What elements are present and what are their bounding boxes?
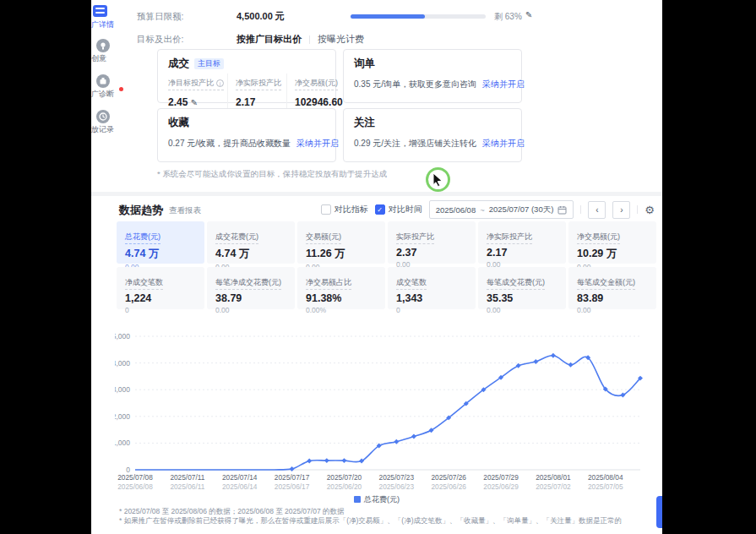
date-range-picker[interactable]: 2025/06/08 ~ 2025/07/07 (30天)	[429, 200, 574, 219]
metric-cell-compare-value: 0.00%	[306, 306, 377, 314]
tab-bid-by-impression[interactable]: 按曝光计费	[318, 33, 364, 46]
date-range-start: 2025/06/08	[436, 205, 476, 215]
prev-period-button[interactable]: ‹	[588, 201, 606, 219]
chart-footnote-2: * 如果推广在暂停或删除前已经获得了曝光，那么在暂停或重建后展示「(净)交易额」…	[119, 516, 622, 526]
trend-metric-cell[interactable]: 每笔成交花费(元)35.350.00	[478, 267, 566, 309]
svg-text:2025/07/11: 2025/07/11	[170, 473, 204, 482]
svg-text:2025/07/02: 2025/07/02	[536, 482, 571, 491]
svg-text:2025/07/17: 2025/07/17	[275, 473, 310, 482]
sidebar-item-3[interactable]: 广诊断	[91, 74, 128, 106]
svg-text:2025/08/04: 2025/08/04	[588, 473, 623, 482]
svg-text:2025/07/26: 2025/07/26	[431, 473, 466, 482]
svg-text:2025/06/29: 2025/06/29	[483, 482, 519, 491]
metric-cell-label: 实际投产比	[396, 232, 434, 244]
svg-text:2025/06/08: 2025/06/08	[117, 482, 153, 491]
sidebar-item-label: 广详情	[91, 19, 114, 30]
tab-bid-by-goal[interactable]: 按推广目标出价	[237, 33, 302, 46]
svg-text:5,000: 5,000	[115, 332, 130, 341]
trend-metric-cell[interactable]: 成交花费(元)4.74 万0.00	[207, 221, 295, 264]
adopt-enable-link[interactable]: 采纳并开启	[296, 139, 339, 148]
metric-cell-label: 每笔成交金额(元)	[577, 277, 635, 290]
spend-trend-line-chart: 01,0002,0003,0004,0005,0002025/07/082025…	[115, 328, 662, 502]
trend-metric-cell[interactable]: 成交笔数1,3430	[388, 267, 476, 309]
trend-metric-cell[interactable]: 实际投产比2.370.00	[388, 221, 476, 264]
svg-text:3,000: 3,000	[115, 385, 130, 394]
adopt-enable-link[interactable]: 采纳并开启	[482, 79, 525, 89]
compare-time-label: 对比时间	[389, 204, 422, 215]
trend-metric-cell[interactable]: 每笔净成交花费(元)38.790.00	[207, 267, 295, 309]
info-icon[interactable]: i	[216, 79, 224, 87]
section-divider	[91, 192, 662, 196]
icon-line	[95, 12, 105, 14]
tab-divider	[309, 35, 310, 44]
budget-edit-icon[interactable]: ✎	[525, 10, 532, 19]
trend-metric-cell[interactable]: 净成交笔数1,2240	[117, 267, 204, 309]
next-period-button[interactable]: ›	[612, 201, 630, 219]
svg-text:2025/07/05: 2025/07/05	[588, 482, 623, 491]
metric-cell-compare-value: 0	[396, 306, 467, 314]
goal-card-title: 关注	[354, 116, 375, 130]
metric-cell-value: 4.74 万	[125, 247, 196, 261]
svg-text:2025/07/08: 2025/07/08	[117, 473, 153, 482]
budget-progress-bar	[351, 14, 486, 19]
legend-label: 总花费(元)	[364, 495, 400, 504]
goal-card-title: 询单	[354, 57, 375, 71]
sidebar-item-1[interactable]: 广详情	[91, 5, 128, 37]
metric-label: 净实际投产比	[236, 78, 281, 90]
compare-time-checkbox[interactable]: ✓	[375, 204, 385, 215]
trend-metric-cell[interactable]: 净实际投产比2.170.00	[478, 221, 566, 264]
budget-remaining: 剩 63%	[494, 11, 522, 23]
goal-metric-roi-target: 净目标投产比i 2.45 ✎	[168, 74, 227, 108]
compare-metric-label: 对比指标	[334, 204, 368, 215]
goal-card-deal: 成交 主目标 净目标投产比i 2.45 ✎ 净实际投产比 2.17 净交易额(元…	[157, 49, 336, 103]
sidebar: 广详情创意广诊断放记录	[91, 0, 128, 220]
calendar-icon	[557, 205, 567, 215]
metric-cell-label: 交易额(元)	[306, 232, 341, 244]
metric-cell-value: 91.38%	[306, 292, 377, 304]
diagnosis-icon	[99, 77, 107, 85]
edit-target-roi-icon[interactable]: ✎	[191, 98, 198, 107]
metric-cell-label: 净实际投产比	[487, 232, 532, 244]
metric-cell-value: 35.35	[487, 292, 557, 304]
trend-metric-cell[interactable]: 净交易额占比91.38%0.00%	[297, 267, 385, 309]
suggestion-desc: 0.27 元/收藏，提升商品收藏数量	[168, 139, 291, 148]
metric-cell-value: 83.89	[577, 292, 648, 304]
sidebar-item-2[interactable]: 创意	[91, 39, 128, 71]
view-report-link[interactable]: 查看报表	[169, 205, 201, 216]
trend-metric-cell[interactable]: 交易额(元)11.26 万0.00	[297, 221, 385, 264]
metric-cell-compare-value: 0.00	[215, 306, 286, 314]
metric-cell-compare-value: 0.00	[487, 306, 557, 314]
trend-metric-cell[interactable]: 总花费(元)4.74 万0.00	[117, 221, 204, 264]
record-icon	[96, 110, 110, 123]
trend-metric-grid: 总花费(元)4.74 万0.00成交花费(元)4.74 万0.00交易额(元)1…	[117, 221, 656, 309]
goal-note: * 系统会尽可能达成你设置的目标，保持稳定投放有助于提升达成	[157, 169, 387, 180]
trend-controls: 对比指标 ✓ 对比时间 2025/06/08 ~ 2025/07/07 (30天…	[321, 200, 655, 219]
svg-text:2025/07/14: 2025/07/14	[222, 473, 258, 482]
goal-metric-net-gmv: 净交易额(元) 102946.60	[286, 74, 350, 108]
metric-label: 净目标投产比	[168, 78, 214, 89]
settings-gear-icon[interactable]: ⚙	[645, 204, 655, 216]
metric-label: 净交易额(元)	[295, 78, 338, 90]
goal-card-inquiry: 询单 0.35 元/询单，获取更多意向咨询采纳并开启	[343, 49, 522, 103]
goal-metrics-row: 净目标投产比i 2.45 ✎ 净实际投产比 2.17 净交易额(元) 10294…	[168, 74, 330, 108]
adopt-enable-link[interactable]: 采纳并开启	[482, 139, 525, 148]
trend-chart-area: 01,0002,0003,0004,0005,0002025/07/082025…	[115, 328, 662, 502]
trend-section-title: 数据趋势	[119, 203, 163, 218]
sidebar-item-4[interactable]: 放记录	[91, 110, 128, 142]
compare-metric-checkbox[interactable]	[321, 204, 331, 215]
chart-legend: 总花费(元)	[91, 494, 662, 505]
svg-text:2025/06/11: 2025/06/11	[170, 482, 204, 491]
floating-side-tab[interactable]	[656, 496, 662, 528]
goal-card-title: 收藏	[168, 116, 189, 130]
legend-swatch	[354, 496, 361, 503]
sidebar-item-label: 放记录	[91, 124, 114, 135]
trend-metric-cell[interactable]: 每笔成交金额(元)83.890.00	[568, 267, 656, 309]
metric-cell-label: 净交易额(元)	[577, 232, 620, 244]
budget-value: 4,500.00 元	[237, 10, 285, 23]
metric-cell-value: 4.74 万	[215, 247, 286, 261]
goal-title-text: 成交	[168, 57, 189, 71]
budget-label: 预算日限额:	[137, 11, 183, 23]
trend-metric-cell[interactable]: 净交易额(元)10.29 万0.00	[568, 221, 656, 264]
metric-cell-label: 成交笔数	[396, 277, 427, 290]
metric-cell-compare-value: 0	[125, 306, 196, 314]
